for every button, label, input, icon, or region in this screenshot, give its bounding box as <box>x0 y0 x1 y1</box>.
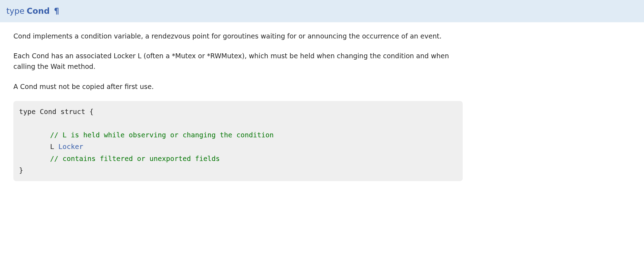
type-keyword: type <box>6 6 24 16</box>
content-body: Cond implements a condition variable, a … <box>0 22 476 188</box>
code-comment-1: // L is held while observing or changing… <box>50 131 274 139</box>
paragraph-description-1: Cond implements a condition variable, a … <box>13 31 463 41</box>
code-comment-2: // contains filtered or unexported field… <box>50 155 220 163</box>
code-type-link-locker[interactable]: Locker <box>58 143 83 151</box>
code-block: type Cond struct { // L is held while ob… <box>13 101 463 181</box>
code-field-name: L <box>50 143 58 151</box>
code-struct-open: type Cond struct { <box>19 108 93 116</box>
type-header: type Cond ¶ <box>0 0 644 22</box>
permalink-pilcrow-icon[interactable]: ¶ <box>54 6 59 16</box>
code-struct-close: } <box>19 166 23 174</box>
paragraph-description-2: Each Cond has an associated Locker L (of… <box>13 50 463 72</box>
type-name[interactable]: Cond <box>26 6 50 16</box>
paragraph-description-3: A Cond must not be copied after first us… <box>13 81 463 92</box>
